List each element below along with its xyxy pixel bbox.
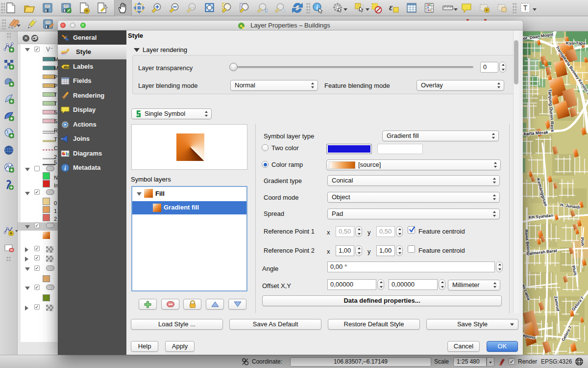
svg-text:1:1: 1:1 [190,6,195,9]
svg-text:abc: abc [64,65,70,69]
svg-text:T: T [523,4,528,12]
svg-text:Kyai Tapa: Kyai Tapa [566,41,586,46]
svg-text:ε: ε [389,2,393,12]
svg-text:i: i [316,3,318,11]
